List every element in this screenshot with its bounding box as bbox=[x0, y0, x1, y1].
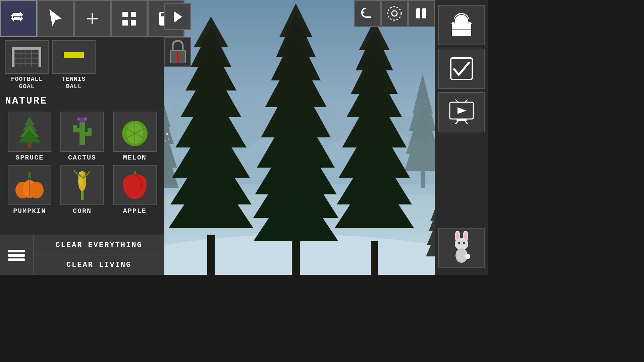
svg-rect-51 bbox=[84, 183, 86, 185]
spruce-item[interactable]: SPRUCE bbox=[5, 112, 54, 162]
top-right-controls bbox=[354, 0, 435, 27]
cursor-button[interactable] bbox=[37, 0, 74, 37]
apple-item[interactable]: APPLE bbox=[110, 165, 159, 215]
svg-rect-49 bbox=[79, 183, 81, 185]
cactus-item[interactable]: CACTUS bbox=[58, 112, 107, 162]
svg-point-137 bbox=[461, 245, 462, 246]
right-panel bbox=[435, 0, 488, 275]
nature-grid: SPRUCE CACTUS bbox=[5, 112, 159, 215]
settings-button[interactable] bbox=[381, 0, 408, 27]
svg-rect-48 bbox=[84, 180, 86, 182]
svg-rect-30 bbox=[28, 172, 31, 178]
svg-point-113 bbox=[392, 11, 397, 16]
svg-marker-56 bbox=[174, 11, 182, 23]
svg-rect-21 bbox=[88, 128, 92, 136]
svg-rect-0 bbox=[12, 47, 14, 67]
spruce-thumb bbox=[8, 112, 51, 152]
toolbar bbox=[0, 0, 164, 37]
video-button[interactable] bbox=[438, 92, 485, 132]
svg-point-104 bbox=[166, 133, 168, 135]
spruce-label: SPRUCE bbox=[15, 154, 44, 162]
football-goal-label2: GOAL bbox=[19, 83, 35, 90]
corn-thumb bbox=[60, 165, 104, 205]
apple-label: APPLE bbox=[123, 207, 147, 215]
grid-button[interactable] bbox=[111, 0, 148, 37]
svg-rect-43 bbox=[79, 178, 81, 179]
svg-line-129 bbox=[465, 121, 468, 124]
svg-marker-126 bbox=[458, 107, 467, 114]
svg-rect-47 bbox=[81, 180, 83, 182]
svg-rect-39 bbox=[84, 172, 86, 174]
bottom-bar: CLEAR EVERYTHING CLEAR LIVING bbox=[0, 235, 164, 275]
svg-rect-55 bbox=[8, 258, 25, 261]
football-goal-label: FOOTBALL bbox=[11, 76, 43, 83]
svg-rect-95 bbox=[371, 241, 378, 275]
cactus-label: CACTUS bbox=[68, 154, 96, 162]
svg-point-135 bbox=[458, 242, 460, 244]
scroll-area[interactable]: FOOTBALL GOAL TENNIS BALL NATURE bbox=[0, 37, 164, 235]
clear-buttons: CLEAR EVERYTHING CLEAR LIVING bbox=[34, 235, 164, 275]
svg-rect-17 bbox=[79, 122, 85, 145]
svg-line-128 bbox=[455, 121, 458, 124]
add-button[interactable] bbox=[74, 0, 111, 37]
football-goal-item[interactable]: FOOTBALL GOAL bbox=[5, 40, 49, 90]
pumpkin-thumb bbox=[8, 165, 51, 205]
tennis-ball-label2: BALL bbox=[66, 83, 82, 90]
tennis-ball-label: TENNIS bbox=[62, 76, 86, 83]
camera-button[interactable] bbox=[438, 5, 485, 45]
football-goal-thumb bbox=[5, 40, 49, 74]
character-icon[interactable] bbox=[438, 228, 485, 268]
checkbox-button[interactable] bbox=[438, 49, 485, 89]
svg-point-106 bbox=[165, 140, 166, 141]
svg-rect-53 bbox=[8, 250, 25, 252]
svg-point-22 bbox=[79, 117, 85, 123]
svg-rect-2 bbox=[12, 47, 41, 50]
svg-rect-12 bbox=[28, 142, 32, 148]
tennis-ball-thumb bbox=[52, 40, 96, 74]
svg-rect-58 bbox=[177, 53, 179, 59]
main-scene bbox=[164, 0, 435, 275]
alert-button[interactable] bbox=[164, 37, 191, 67]
melon-label: MELON bbox=[123, 154, 147, 162]
svg-rect-50 bbox=[81, 183, 83, 185]
svg-rect-116 bbox=[422, 8, 426, 18]
svg-point-139 bbox=[465, 254, 470, 259]
svg-rect-115 bbox=[416, 8, 420, 18]
svg-point-24 bbox=[84, 117, 87, 121]
svg-rect-11 bbox=[64, 52, 84, 58]
melon-thumb bbox=[113, 112, 157, 152]
clear-everything-button[interactable]: CLEAR EVERYTHING bbox=[34, 235, 164, 255]
corn-label: CORN bbox=[73, 207, 92, 215]
svg-rect-38 bbox=[81, 172, 83, 174]
scene-svg bbox=[164, 0, 435, 275]
svg-point-105 bbox=[168, 138, 169, 140]
left-panel: FOOTBALL GOAL TENNIS BALL NATURE bbox=[0, 0, 164, 275]
svg-point-23 bbox=[77, 117, 80, 121]
svg-point-136 bbox=[463, 242, 465, 244]
svg-rect-54 bbox=[8, 254, 25, 257]
cactus-thumb bbox=[60, 112, 104, 152]
tennis-ball-item[interactable]: TENNIS BALL bbox=[52, 40, 96, 90]
sports-items-row: FOOTBALL GOAL TENNIS BALL bbox=[5, 40, 159, 90]
swap-button[interactable] bbox=[0, 0, 37, 37]
play-button[interactable] bbox=[164, 3, 191, 30]
corn-item[interactable]: CORN bbox=[58, 165, 107, 215]
svg-rect-75 bbox=[207, 235, 215, 275]
svg-rect-1 bbox=[39, 47, 41, 67]
svg-rect-127 bbox=[457, 119, 467, 121]
svg-rect-46 bbox=[79, 180, 81, 182]
svg-rect-37 bbox=[79, 172, 81, 174]
pumpkin-label: PUMPKIN bbox=[13, 207, 46, 215]
pumpkin-item[interactable]: PUMPKIN bbox=[5, 165, 54, 215]
pause-button[interactable] bbox=[408, 0, 435, 27]
melon-item[interactable]: MELON bbox=[110, 112, 159, 162]
undo-button[interactable] bbox=[354, 0, 381, 27]
svg-point-33 bbox=[29, 182, 44, 198]
menu-button[interactable] bbox=[0, 235, 34, 275]
svg-rect-59 bbox=[177, 60, 179, 63]
clear-living-button[interactable]: CLEAR LIVING bbox=[34, 255, 164, 275]
svg-rect-19 bbox=[73, 125, 77, 132]
svg-point-114 bbox=[388, 7, 401, 20]
nature-header: NATURE bbox=[5, 95, 159, 107]
apple-thumb bbox=[113, 165, 157, 205]
